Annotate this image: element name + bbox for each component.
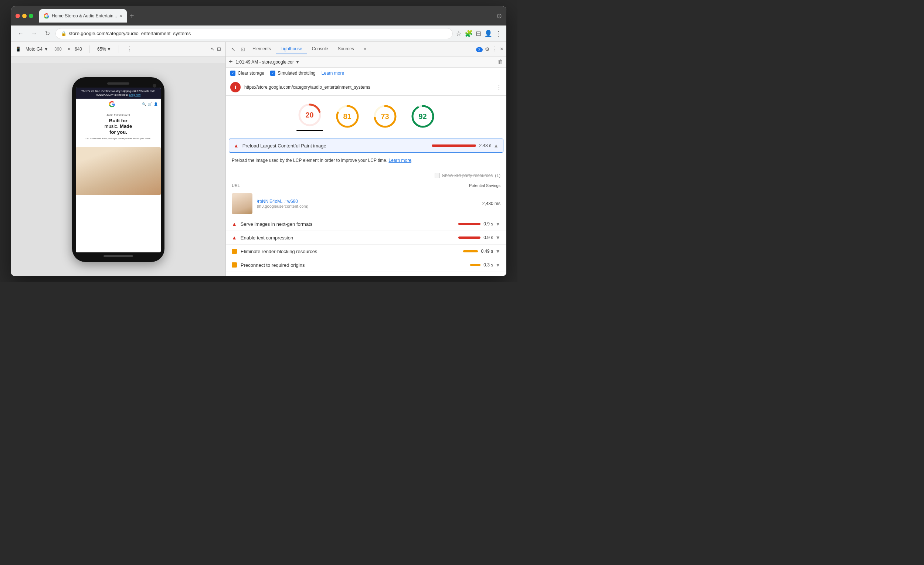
audit-compression-bar [458, 237, 480, 239]
tab-console[interactable]: Console [308, 44, 333, 54]
audit-next-gen-bar-container: 0.9 s [458, 221, 493, 226]
cast-icon[interactable]: ⊟ [476, 30, 481, 38]
audit-item-render-blocking[interactable]: Eliminate render-blocking resources 0.49… [226, 244, 506, 258]
audit-url-text: https://store.google.com/category/audio_… [244, 85, 496, 90]
devtools-tabs-bar: ↖ ⊡ Elements Lighthouse Console Sources … [226, 42, 506, 57]
warning-red-icon: ▲ [234, 142, 239, 148]
tab-lighthouse[interactable]: Lighthouse [276, 44, 307, 54]
audit-render-blocking-bar [463, 250, 478, 252]
profile-icon[interactable]: 👤 [484, 30, 492, 38]
responsive-icon[interactable]: ⊡ [217, 46, 221, 52]
audit-logo-icon [230, 82, 241, 92]
url-column-header: URL [232, 183, 240, 188]
throttling-checkbox[interactable]: ✓ [270, 70, 275, 76]
pointer-icon[interactable]: ↖ [211, 46, 215, 52]
toolbar-divider-2 [118, 45, 119, 53]
show-3rd-party-row: Show 3rd-party resources (1) [226, 171, 506, 181]
phone-bottom-bar [104, 255, 133, 257]
browser-options-icon[interactable]: ⋮ [495, 30, 502, 38]
phone-banner-link[interactable]: Shop now [129, 93, 141, 96]
score-accessibility: 81 [334, 103, 361, 130]
audit-preconnect-time: 0.3 s [483, 262, 493, 268]
session-delete-icon[interactable]: 🗑 [498, 59, 503, 65]
audit-item-expanded[interactable]: ▲ Preload Largest Contentful Paint image… [229, 139, 503, 153]
browser-menu-icon: ⊙ [496, 12, 502, 20]
phone-nav-icons: 🔍 🛒 👤 [142, 102, 158, 106]
extension-icon[interactable]: 🧩 [465, 30, 473, 38]
warning-red-icon-3: ▲ [232, 235, 237, 241]
throttling-learn-more-link[interactable]: Learn more [321, 70, 344, 76]
table-url: /rbNNiE4oM...=w680 (lh3.googleuserconten… [257, 199, 478, 208]
session-url-text: 1:01:49 AM - store.google.cor [236, 60, 294, 64]
toolbar-more-icon[interactable]: ⋮ [126, 45, 132, 52]
phone-banner: There's still time. Get free two-day shi… [76, 88, 161, 99]
ruler-area [11, 57, 225, 63]
audit-render-blocking-label: Eliminate render-blocking resources [241, 249, 463, 254]
audit-lcp-time: 2.43 s [479, 143, 491, 148]
audit-learn-more-link[interactable]: Learn more [388, 158, 411, 163]
new-tab-button[interactable]: + [127, 12, 137, 20]
show-3rd-party-checkbox[interactable] [435, 173, 440, 178]
zoom-selector[interactable]: 65% ▼ [97, 46, 111, 52]
devtools-mode-icons: ↖ ⊡ [211, 46, 221, 52]
clear-storage-option[interactable]: ✓ Clear storage [230, 70, 264, 76]
audit-detail-text: Preload the image used by the LCP elemen… [226, 154, 506, 167]
audit-item-preconnect[interactable]: Preconnect to required origins 0.3 s ▼ [226, 258, 506, 272]
audit-lcp-detail: Preload the image used by the LCP elemen… [226, 154, 506, 217]
table-saving-value: 2,430 ms [482, 201, 501, 206]
address-text: store.google.com/category/audio_entertai… [69, 31, 191, 36]
lighthouse-label: Lighthouse [280, 46, 302, 51]
tab-elements[interactable]: Elements [248, 44, 275, 54]
audit-url-row: https://store.google.com/category/audio_… [226, 79, 506, 96]
audit-item-next-gen[interactable]: ▲ Serve images in next-gen formats 0.9 s… [226, 217, 506, 231]
devtools-toolbar-icons: 2 ⚙ ⋮ × [476, 45, 503, 52]
audit-item-compression[interactable]: ▲ Enable text compression 0.9 s ▼ [226, 231, 506, 244]
devtools-cursor-icon[interactable]: ↖ [229, 45, 238, 54]
audit-compression-label: Enable text compression [241, 235, 458, 241]
close-devtools-icon[interactable]: × [500, 46, 503, 52]
devtools-toolbar: 📱 Moto G4 ▼ 360 × 640 65% ▼ ⋮ ↖ ⊡ [11, 42, 225, 57]
more-options-icon[interactable]: ⋮ [492, 45, 498, 52]
devtools-content[interactable]: + 1:01:49 AM - store.google.cor ▼ 🗑 ✓ Cl… [226, 57, 506, 276]
close-button[interactable] [15, 13, 20, 18]
phone-hero-title: Built for music. Made for you. [79, 118, 158, 135]
settings-icon[interactable]: ⚙ [485, 46, 490, 52]
session-add-button[interactable]: + [229, 58, 233, 66]
table-url-host: (lh3.googleusercontent.com) [257, 204, 478, 208]
reload-button[interactable]: ↻ [42, 28, 52, 39]
dimension-separator: 360 [54, 46, 62, 52]
phone-speaker [107, 82, 129, 85]
tab-sources[interactable]: Sources [333, 44, 358, 54]
mobile-preview-area: There's still time. Get free two-day shi… [11, 63, 225, 276]
throttling-option[interactable]: ✓ Simulated throttling [270, 70, 316, 76]
devtools-responsive-icon[interactable]: ⊡ [238, 45, 247, 54]
show-3rd-party-count: (1) [495, 173, 501, 178]
device-selector[interactable]: Moto G4 ▼ [26, 46, 48, 52]
address-input[interactable]: 🔒 store.google.com/category/audio_entert… [56, 28, 453, 39]
session-dropdown-icon[interactable]: ▼ [295, 60, 300, 64]
forward-button[interactable]: → [29, 28, 39, 39]
active-tab[interactable]: Home Stereo & Audio Entertain... × [39, 9, 127, 22]
traffic-lights [15, 13, 33, 18]
tab-more[interactable]: » [359, 44, 371, 54]
address-bar-actions: ☆ 🧩 ⊟ 👤 ⋮ [456, 30, 502, 38]
tab-title: Home Stereo & Audio Entertain... [52, 13, 117, 18]
mobile-panel: 📱 Moto G4 ▼ 360 × 640 65% ▼ ⋮ ↖ ⊡ [11, 42, 225, 276]
browser-window: Home Stereo & Audio Entertain... × + ⊙ ←… [11, 6, 506, 276]
audit-next-gen-label: Serve images in next-gen formats [241, 221, 458, 227]
minimize-button[interactable] [22, 13, 27, 18]
audit-table-row: /rbNNiE4oM...=w680 (lh3.googleuserconten… [226, 190, 506, 217]
phone-banner-text: There's still time. Get free two-day shi… [81, 90, 155, 96]
clear-storage-checkbox[interactable]: ✓ [230, 70, 236, 76]
table-url-main: /rbNNiE4oM...=w680 [257, 199, 478, 204]
bookmark-icon[interactable]: ☆ [456, 30, 462, 38]
maximize-button[interactable] [29, 13, 33, 18]
audit-url-more-icon[interactable]: ⋮ [496, 84, 502, 91]
audit-render-blocking-bar-container: 0.49 s [463, 249, 493, 254]
hero-title-line1: Built for [109, 118, 128, 123]
tab-close-icon[interactable]: × [119, 13, 122, 19]
google-logo [109, 101, 116, 108]
score-73-value: 73 [381, 112, 389, 120]
score-best-practices: 73 [372, 103, 398, 130]
back-button[interactable]: ← [15, 28, 26, 39]
